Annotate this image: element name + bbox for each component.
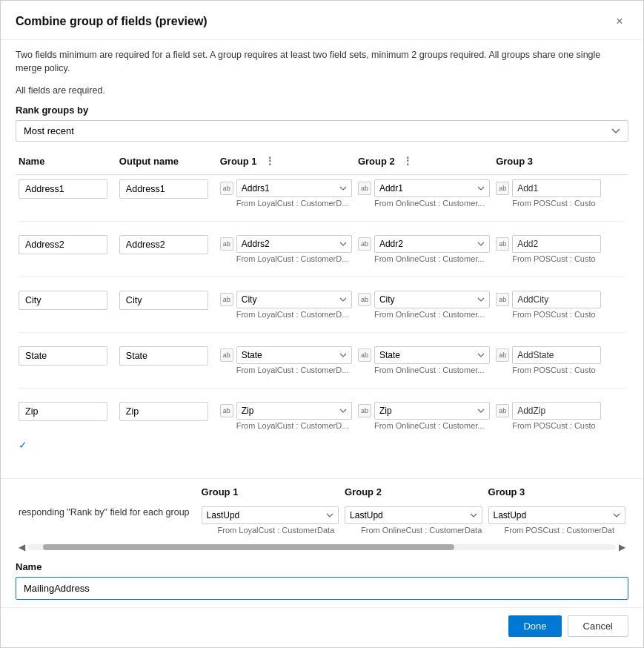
row-group1-dropdown[interactable]: Addrs1	[236, 179, 352, 197]
group2-icon[interactable]: ab	[358, 348, 371, 362]
row-group1-dropdown[interactable]: State	[236, 346, 352, 364]
row-output-input[interactable]	[119, 346, 208, 366]
rank-by-group3-header: Group 3	[485, 479, 628, 502]
rank-by-group3-dropdown[interactable]: LastUpd	[488, 506, 625, 524]
row-group1-top: ab Addrs2	[220, 235, 352, 253]
row-output-cell	[116, 342, 217, 379]
row-name-cell	[16, 231, 116, 268]
row-group3: ab AddZip From POSCust : Custo	[496, 402, 625, 430]
fields-table-container: Name Output name Group 1 ⋮	[1, 148, 643, 478]
rank-by-group1-dropdown[interactable]: LastUpd	[202, 506, 339, 524]
row-group1-dropdown[interactable]: Zip	[236, 402, 352, 420]
row-group3-top: ab AddState	[496, 346, 625, 364]
group2-icon[interactable]: ab	[358, 182, 371, 195]
row-group2-dropdown[interactable]: City	[374, 291, 490, 308]
row-name-input[interactable]	[19, 346, 107, 366]
rank-by-group2-dropdown[interactable]: LastUpd	[345, 506, 482, 524]
row-group1-top: ab State	[220, 346, 352, 364]
row-group3-value: AddCity	[512, 291, 601, 308]
check-icon: ✓	[19, 439, 27, 451]
row-name-input[interactable]	[19, 402, 107, 421]
group3-icon[interactable]: ab	[496, 404, 509, 417]
row-group2-top: ab Addr2	[358, 235, 490, 253]
row-name-input[interactable]	[19, 291, 107, 310]
row-group2-dropdown[interactable]: Addr1	[374, 179, 490, 197]
table-row: ab Addrs2 From LoyalCust : CustomerD... …	[16, 231, 628, 268]
table-row: ab Zip From LoyalCust : CustomerD... ab …	[16, 397, 628, 434]
row-group1: ab City From LoyalCust : CustomerD...	[220, 291, 352, 319]
group2-icon[interactable]: ab	[358, 404, 371, 417]
row-group3-value: AddZip	[512, 402, 601, 420]
done-button[interactable]: Done	[508, 615, 561, 637]
rank-by-group3-cell: LastUpd From POSCust : CustomerDat	[485, 502, 628, 539]
group1-icon[interactable]: ab	[220, 348, 233, 362]
row-name-cell	[16, 175, 116, 213]
rank-by-group1-header: Group 1	[199, 479, 342, 502]
row-group1-cell: ab State From LoyalCust : CustomerD...	[217, 342, 355, 379]
row-output-input[interactable]	[119, 235, 208, 254]
row-group2-dropdown[interactable]: Addr2	[374, 235, 490, 253]
row-group2-cell: ab Addr2 From OnlineCust : Customer...	[355, 231, 493, 268]
group1-icon[interactable]: ab	[220, 404, 233, 417]
rank-by-group1-top: LastUpd	[202, 506, 339, 524]
row-output-input[interactable]	[119, 291, 208, 310]
scrollbar-track[interactable]	[28, 544, 616, 550]
rank-select[interactable]: Most recent Most complete	[16, 120, 628, 142]
group1-menu-icon[interactable]: ⋮	[262, 153, 278, 168]
group1-icon[interactable]: ab	[220, 182, 233, 195]
divider-row	[16, 323, 628, 342]
row-group3-from: From POSCust : Custo	[496, 199, 625, 208]
row-group1-dropdown[interactable]: Addrs2	[236, 235, 352, 253]
rank-by-group2-from: From OnlineCust : CustomerData	[345, 526, 482, 535]
row-group3-cell: ab AddZip From POSCust : Custo	[493, 397, 628, 434]
rank-section: Rank groups by Most recent Most complete	[1, 99, 643, 148]
row-group3-value: Add1	[512, 179, 601, 197]
name-input[interactable]	[16, 577, 628, 600]
row-group3-from: From POSCust : Custo	[496, 254, 625, 263]
row-group2-from: From OnlineCust : Customer...	[358, 366, 490, 374]
row-output-input[interactable]	[119, 402, 208, 421]
group3-icon[interactable]: ab	[496, 293, 509, 306]
row-group2-cell: ab City From OnlineCust : Customer...	[355, 286, 493, 323]
row-group1-from: From LoyalCust : CustomerD...	[220, 310, 352, 319]
close-button[interactable]: ×	[611, 13, 628, 30]
row-output-input[interactable]	[119, 179, 208, 199]
row-group2-top: ab City	[358, 291, 490, 308]
group3-icon[interactable]: ab	[496, 182, 509, 195]
row-group2-from: From OnlineCust : Customer...	[358, 421, 490, 430]
row-name-input[interactable]	[19, 179, 107, 199]
responding-text-cell: responding "Rank by" field for each grou…	[16, 502, 199, 539]
row-name-input[interactable]	[19, 235, 107, 254]
name-section: Name	[1, 555, 643, 607]
rank-by-group1-cell: LastUpd From LoyalCust : CustomerData	[199, 502, 342, 539]
scroll-right-arrow[interactable]: ▶	[616, 542, 628, 552]
group2-icon[interactable]: ab	[358, 237, 371, 251]
rank-label: Rank groups by	[16, 105, 628, 116]
divider-line	[19, 277, 625, 277]
row-group3-top: ab AddCity	[496, 291, 625, 308]
divider-row	[16, 379, 628, 397]
group1-icon[interactable]: ab	[220, 293, 233, 306]
row-group3-from: From POSCust : Custo	[496, 421, 625, 430]
group2-icon[interactable]: ab	[358, 293, 371, 306]
group2-menu-icon[interactable]: ⋮	[399, 153, 416, 168]
row-group1-cell: ab Addrs1 From LoyalCust : CustomerD...	[217, 175, 355, 213]
scroll-left-arrow[interactable]: ◀	[16, 542, 28, 552]
row-group2-dropdown[interactable]: State	[374, 346, 490, 364]
group3-icon[interactable]: ab	[496, 237, 509, 251]
bottom-section: Group 1 Group 2 Group 3 responding "Rank	[1, 478, 643, 539]
row-group2-from: From OnlineCust : Customer...	[358, 254, 490, 263]
row-group2-dropdown[interactable]: Zip	[374, 402, 490, 420]
scrollbar-thumb[interactable]	[43, 544, 454, 550]
group3-icon[interactable]: ab	[496, 348, 509, 362]
row-name-cell	[16, 286, 116, 323]
col-header-name: Name	[16, 148, 116, 175]
rank-by-group2: LastUpd From OnlineCust : CustomerData	[345, 506, 482, 535]
row-group1-dropdown[interactable]: City	[236, 291, 352, 308]
divider-row	[16, 212, 628, 231]
cancel-button[interactable]: Cancel	[568, 615, 628, 637]
table-row: ab State From LoyalCust : CustomerD... a…	[16, 342, 628, 379]
group1-icon[interactable]: ab	[220, 237, 233, 251]
rank-by-group1: LastUpd From LoyalCust : CustomerData	[202, 506, 339, 535]
row-group1-top: ab Zip	[220, 402, 352, 420]
